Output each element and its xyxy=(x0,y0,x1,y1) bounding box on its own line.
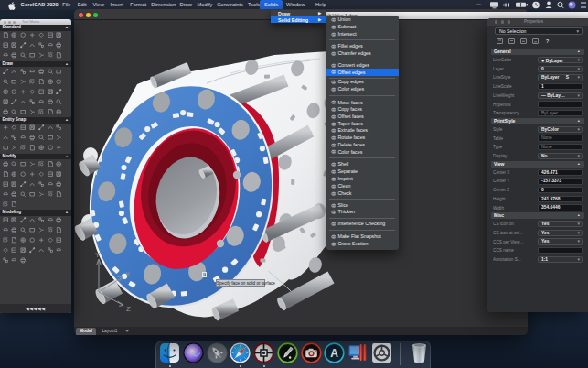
svg-text:A: A xyxy=(330,347,338,360)
svg-text:Z: Z xyxy=(126,305,131,313)
svg-text:X: X xyxy=(125,270,131,278)
svg-text:Y: Y xyxy=(95,251,101,259)
